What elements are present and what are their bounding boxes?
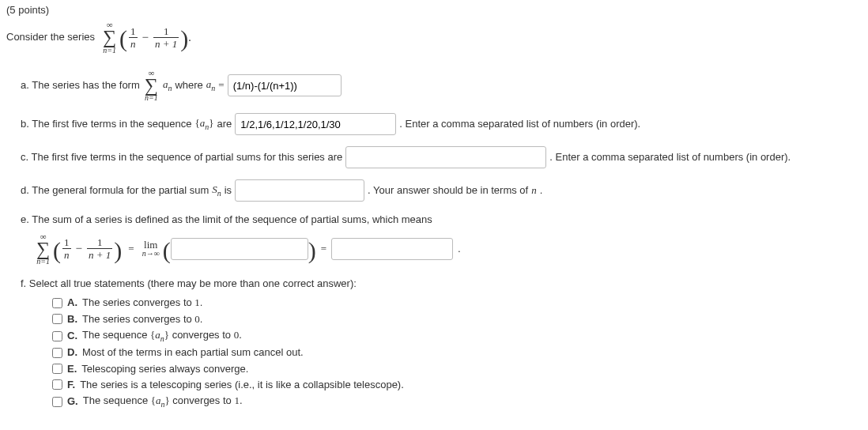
where-text: where — [175, 78, 202, 92]
fraction-2: 1n + 1 — [153, 26, 179, 49]
part-b-hint: . Enter a comma separated list of number… — [399, 117, 640, 131]
part-c-input[interactable] — [345, 146, 546, 168]
choice-list: A.The series converges to 1.B.The series… — [52, 296, 862, 409]
choice-letter: F. — [67, 378, 75, 392]
choice-b: B.The series converges to 0. — [52, 312, 862, 326]
summation-symbol: ∞ ∑ n=1 — [103, 21, 116, 55]
problem-intro: Consider the series ∞ ∑ n=1 ( 1n − 1n + … — [6, 21, 862, 55]
part-a-text: a. The series has the form — [21, 78, 140, 92]
choice-letter: E. — [67, 362, 77, 376]
part-e-input-1[interactable] — [171, 238, 308, 260]
choice-g-checkbox[interactable] — [52, 397, 62, 407]
choice-a-checkbox[interactable] — [52, 298, 62, 308]
an-set: {an} — [195, 116, 214, 133]
are-text: are — [217, 117, 232, 131]
choice-c: C.The sequence {an} converges to 0. — [52, 328, 862, 345]
part-d: d. The general formula for the partial s… — [21, 179, 862, 202]
part-f-text: f. Select all true statements (there may… — [21, 277, 862, 291]
choice-text: The sequence {an} converges to 1. — [83, 394, 243, 410]
choice-text: The series is a telescoping series (i.e.… — [80, 378, 404, 392]
choice-e: E.Telescoping series always converge. — [52, 362, 862, 376]
summation-a: ∞ ∑ n=1 — [145, 69, 158, 103]
part-b: b. The first five terms in the sequence … — [21, 113, 862, 135]
intro-text: Consider the series — [6, 30, 95, 44]
sum-lower: n=1 — [103, 47, 116, 55]
part-e-input-2[interactable] — [331, 238, 453, 260]
part-b-text: b. The first five terms in the sequence — [21, 117, 192, 131]
part-d-text: d. The general formula for the partial s… — [21, 183, 209, 198]
part-f: f. Select all true statements (there may… — [21, 277, 862, 409]
choice-letter: G. — [67, 394, 78, 409]
choice-d-checkbox[interactable] — [52, 348, 62, 358]
fraction-1: 1n — [129, 26, 138, 49]
points-label: (5 points) — [6, 3, 862, 17]
summation-e: ∞ ∑ n=1 — [36, 232, 50, 266]
choice-e-checkbox[interactable] — [52, 364, 62, 374]
series-expr-e: ( 1n − 1n + 1 ) — [53, 237, 122, 260]
part-e-equation: ∞ ∑ n=1 ( 1n − 1n + 1 ) = lim n→∞ ( ) = … — [35, 232, 862, 266]
choice-c-checkbox[interactable] — [52, 331, 62, 341]
choice-b-checkbox[interactable] — [52, 314, 62, 324]
an-symbol: an — [163, 77, 172, 94]
part-e-text: e. The sum of a series is defined as the… — [21, 213, 862, 227]
part-b-input[interactable] — [235, 113, 396, 135]
choice-text: Telescoping series always converge. — [81, 362, 248, 376]
sn-symbol: Sn — [212, 183, 221, 199]
equals-2: = — [321, 242, 326, 256]
choice-f-checkbox[interactable] — [52, 379, 62, 390]
part-e: e. The sum of a series is defined as the… — [21, 213, 862, 266]
minus-sign: − — [142, 29, 149, 46]
choice-text: Most of the terms in each partial sum ca… — [82, 345, 304, 360]
equals-sign: = — [218, 78, 224, 92]
part-c: c. The first five terms in the sequence … — [21, 146, 862, 168]
dot: . — [458, 242, 460, 256]
choice-letter: D. — [67, 345, 77, 360]
choice-a: A.The series converges to 1. — [52, 296, 862, 310]
part-a: a. The series has the form ∞ ∑ n=1 an wh… — [21, 69, 862, 103]
choice-text: The series converges to 0. — [82, 312, 202, 326]
part-d-hint: . Your answer should be in terms of — [368, 183, 528, 198]
part-a-input[interactable] — [228, 74, 342, 96]
an-symbol-2: an — [206, 77, 216, 94]
choice-letter: C. — [67, 329, 77, 343]
equals-1: = — [128, 242, 134, 256]
is-text: is — [225, 183, 232, 198]
choice-letter: B. — [67, 312, 77, 326]
n-var: n — [531, 183, 537, 198]
choice-text: The series converges to 1. — [82, 296, 202, 310]
limit-symbol: lim n→∞ — [142, 240, 160, 258]
sigma-icon: ∑ — [103, 29, 116, 47]
part-c-text: c. The first five terms in the sequence … — [21, 150, 342, 164]
part-d-input[interactable] — [235, 179, 364, 202]
choice-text: The sequence {an} converges to 0. — [82, 328, 242, 345]
choice-letter: A. — [67, 296, 77, 310]
part-c-hint: . Enter a comma separated list of number… — [549, 150, 791, 164]
choice-f: F.The series is a telescoping series (i.… — [52, 378, 862, 392]
choice-g: G.The sequence {an} converges to 1. — [52, 394, 862, 410]
series-expression: ( 1n − 1n + 1 ). — [119, 26, 191, 49]
choice-d: D.Most of the terms in each partial sum … — [52, 345, 862, 360]
